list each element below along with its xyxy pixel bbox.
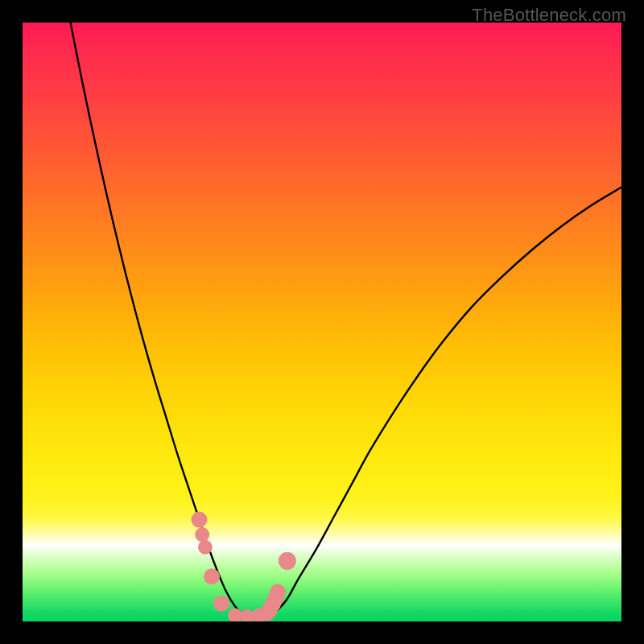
chart-frame: TheBottleneck.com xyxy=(0,0,644,644)
highlight-marker xyxy=(279,552,296,570)
highlight-marker xyxy=(213,596,229,612)
highlight-marker xyxy=(270,584,286,601)
left-curve xyxy=(71,23,245,616)
highlight-marker xyxy=(195,527,209,542)
highlight-marker xyxy=(198,540,213,555)
highlight-marker xyxy=(204,568,220,584)
highlight-marker xyxy=(191,512,207,528)
right-curve xyxy=(265,188,621,616)
attribution-label: TheBottleneck.com xyxy=(472,5,626,26)
plot-area xyxy=(23,23,621,621)
curve-overlay xyxy=(23,23,621,621)
